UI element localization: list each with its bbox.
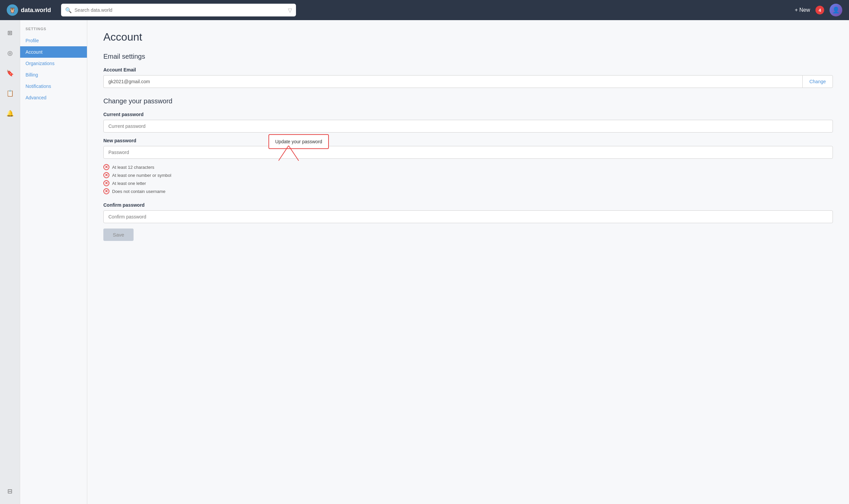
sidebar-icon-grid[interactable]: ⊞	[4, 27, 16, 39]
logo-icon: 🦉	[7, 4, 18, 16]
req-item: ✕ Does not contain username	[103, 188, 833, 194]
email-label: Account Email	[103, 67, 833, 72]
confirm-password-input[interactable]	[103, 210, 833, 223]
sidebar-icon-tasks[interactable]: 📋	[4, 87, 16, 99]
sidebar-icon-bookmark[interactable]: 🔖	[4, 67, 16, 79]
save-button[interactable]: Save	[103, 229, 133, 241]
req-fail-icon: ✕	[103, 172, 109, 178]
logo-text: data.world	[21, 7, 51, 14]
avatar[interactable]: 👤	[830, 4, 842, 16]
new-password-label: New password	[103, 138, 833, 143]
current-password-input[interactable]	[103, 120, 833, 132]
settings-label: SETTINGS	[20, 27, 87, 35]
icon-sidebar: ⊞ ◎ 🔖 📋 🔔 ⊟	[0, 20, 20, 504]
sidebar-item-billing[interactable]: Billing	[20, 69, 87, 80]
req-item: ✕ At least one letter	[103, 180, 833, 186]
sidebar-icon-bell[interactable]: 🔔	[4, 107, 16, 120]
settings-sidebar: SETTINGS Profile Account Organizations B…	[20, 20, 87, 504]
req-text: At least one letter	[112, 181, 146, 186]
change-email-button[interactable]: Change	[802, 75, 833, 88]
sidebar-item-profile[interactable]: Profile	[20, 35, 87, 46]
req-item: ✕ At least one number or symbol	[103, 172, 833, 178]
req-fail-icon: ✕	[103, 180, 109, 186]
password-section-title: Change your password	[103, 97, 833, 105]
search-input[interactable]	[74, 7, 285, 13]
sidebar-icon-apps[interactable]: ⊟	[4, 485, 16, 497]
email-input[interactable]	[103, 75, 802, 88]
sidebar-item-advanced[interactable]: Advanced	[20, 92, 87, 103]
sidebar-item-account[interactable]: Account	[20, 46, 87, 58]
password-requirements: ✕ At least 12 characters ✕ At least one …	[103, 164, 833, 194]
new-password-input[interactable]	[103, 146, 833, 159]
current-password-label: Current password	[103, 112, 833, 117]
notification-badge[interactable]: 4	[815, 6, 824, 14]
req-text: Does not contain username	[112, 189, 165, 194]
req-fail-icon: ✕	[103, 188, 109, 194]
confirm-password-label: Confirm password	[103, 202, 833, 208]
logo[interactable]: 🦉 data.world	[7, 4, 51, 16]
top-navigation: 🦉 data.world 🔍 ▽ + New 4 👤	[0, 0, 849, 20]
search-icon: 🔍	[65, 7, 72, 14]
req-text: At least 12 characters	[112, 165, 155, 170]
sidebar-icon-explore[interactable]: ◎	[4, 47, 16, 59]
email-row: Change	[103, 75, 833, 88]
sidebar-item-notifications[interactable]: Notifications	[20, 80, 87, 92]
new-button[interactable]: + New	[795, 7, 810, 13]
req-fail-icon: ✕	[103, 164, 109, 170]
email-section-title: Email settings	[103, 53, 833, 60]
main-content: Account Email settings Account Email Cha…	[87, 20, 849, 504]
topnav-right: + New 4 👤	[795, 4, 842, 16]
page-title: Account	[103, 31, 833, 43]
search-container: 🔍 ▽	[61, 4, 296, 16]
sidebar-item-organizations[interactable]: Organizations	[20, 58, 87, 69]
req-text: At least one number or symbol	[112, 173, 171, 178]
filter-icon[interactable]: ▽	[288, 7, 292, 14]
req-item: ✕ At least 12 characters	[103, 164, 833, 170]
